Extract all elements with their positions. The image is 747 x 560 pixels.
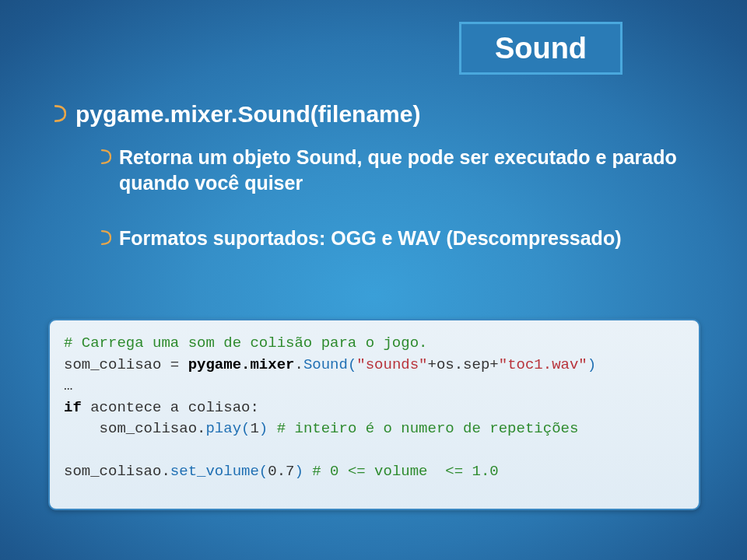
bullet-api: pygame.mixer.Sound(filename)	[54, 101, 420, 128]
sub-bullet-desc: Retorna um objeto Sound, que pode ser ex…	[101, 145, 693, 195]
code-call: Sound(	[303, 356, 356, 373]
code-kw: pygame.mixer	[188, 356, 295, 373]
code-string: "sounds"	[356, 356, 427, 373]
sub-bullet-formats-text: Formatos suportados: OGG e WAV (Descompr…	[119, 226, 621, 251]
code-text: som_colisao.	[64, 463, 170, 480]
code-text: .	[294, 356, 303, 373]
bullet-api-text: pygame.mixer.Sound(filename)	[75, 101, 420, 128]
code-text: …	[64, 377, 72, 394]
code-call: set_volume(	[170, 463, 268, 480]
sub-bullet-desc-text: Retorna um objeto Sound, que pode ser ex…	[119, 145, 693, 195]
bullet-icon	[101, 149, 111, 164]
code-box: # Carrega uma som de colisão para o jogo…	[48, 319, 700, 510]
code-text	[303, 463, 312, 480]
code-call: )	[587, 356, 596, 373]
bullet-icon	[54, 105, 66, 122]
code-comment: # inteiro é o numero de repetições	[277, 420, 579, 437]
code-call: )	[294, 463, 303, 480]
title-box: Sound	[459, 22, 622, 75]
bullet-icon	[101, 230, 111, 245]
page-title: Sound	[495, 32, 587, 65]
code-text: +os.sep+	[428, 356, 499, 373]
code-text: som_colisao =	[64, 356, 188, 373]
code-comment: # Carrega uma som de colisão para o jogo…	[64, 334, 427, 352]
code-comment: # 0 <= volume <= 1.0	[312, 463, 498, 480]
code-call: )	[259, 420, 268, 437]
code-text	[268, 420, 276, 437]
code-call: play(	[205, 420, 250, 437]
code-kw: if	[64, 399, 82, 416]
code-text: acontece a colisao:	[82, 399, 259, 416]
code-text: som_colisao.	[64, 420, 205, 437]
code-num: 1	[250, 420, 258, 437]
sub-bullet-formats: Formatos suportados: OGG e WAV (Descompr…	[101, 226, 693, 251]
code-num: 0.7	[268, 463, 294, 480]
code-string: "toc1.wav"	[499, 356, 587, 373]
